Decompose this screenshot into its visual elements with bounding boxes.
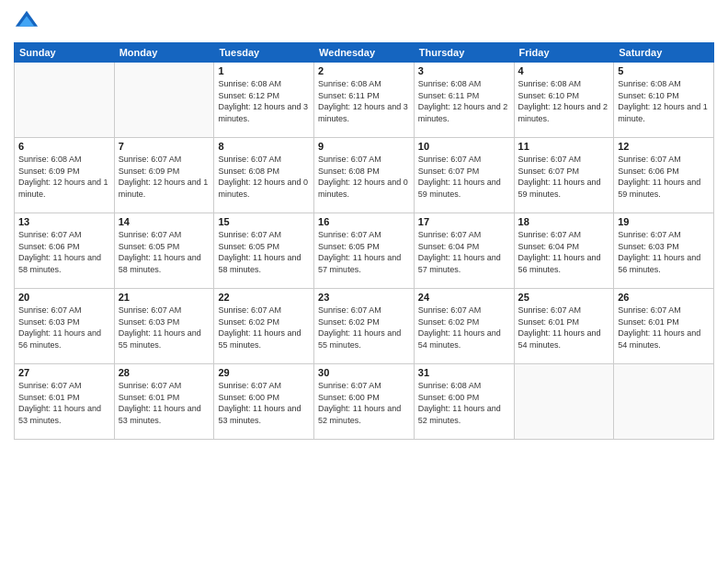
day-info: Sunrise: 6:08 AMSunset: 6:10 PMDaylight:… (518, 78, 610, 124)
day-info: Sunrise: 6:07 AMSunset: 6:01 PMDaylight:… (518, 304, 610, 350)
calendar-day-header: Saturday (614, 43, 714, 63)
calendar-cell: 23Sunrise: 6:07 AMSunset: 6:02 PMDayligh… (314, 289, 415, 364)
day-number: 8 (218, 141, 310, 152)
calendar-cell: 11Sunrise: 6:07 AMSunset: 6:07 PMDayligh… (514, 138, 614, 213)
calendar-cell: 7Sunrise: 6:07 AMSunset: 6:09 PMDaylight… (114, 138, 214, 213)
day-number: 2 (318, 65, 410, 76)
calendar-cell: 12Sunrise: 6:07 AMSunset: 6:06 PMDayligh… (614, 138, 714, 213)
day-number: 30 (318, 367, 410, 378)
calendar-cell: 22Sunrise: 6:07 AMSunset: 6:02 PMDayligh… (214, 289, 314, 364)
calendar-cell: 28Sunrise: 6:07 AMSunset: 6:01 PMDayligh… (114, 364, 214, 440)
day-number: 23 (318, 292, 410, 303)
day-info: Sunrise: 6:07 AMSunset: 6:08 PMDaylight:… (218, 154, 310, 200)
calendar-cell: 25Sunrise: 6:07 AMSunset: 6:01 PMDayligh… (514, 289, 614, 364)
day-info: Sunrise: 6:08 AMSunset: 6:11 PMDaylight:… (418, 78, 510, 124)
day-number: 13 (18, 216, 110, 227)
day-info: Sunrise: 6:07 AMSunset: 6:07 PMDaylight:… (418, 154, 510, 200)
day-info: Sunrise: 6:07 AMSunset: 6:00 PMDaylight:… (318, 380, 410, 426)
calendar-cell: 26Sunrise: 6:07 AMSunset: 6:01 PMDayligh… (614, 289, 714, 364)
logo-icon (14, 9, 40, 35)
calendar-cell: 29Sunrise: 6:07 AMSunset: 6:00 PMDayligh… (214, 364, 314, 440)
day-info: Sunrise: 6:07 AMSunset: 6:05 PMDaylight:… (119, 229, 210, 275)
day-info: Sunrise: 6:07 AMSunset: 6:04 PMDaylight:… (518, 229, 610, 275)
day-info: Sunrise: 6:07 AMSunset: 6:03 PMDaylight:… (119, 304, 210, 350)
calendar-cell: 21Sunrise: 6:07 AMSunset: 6:03 PMDayligh… (114, 289, 214, 364)
calendar-cell: 8Sunrise: 6:07 AMSunset: 6:08 PMDaylight… (214, 138, 314, 213)
calendar-cell: 17Sunrise: 6:07 AMSunset: 6:04 PMDayligh… (414, 213, 514, 289)
day-info: Sunrise: 6:07 AMSunset: 6:06 PMDaylight:… (18, 229, 110, 275)
header (14, 9, 714, 35)
day-info: Sunrise: 6:07 AMSunset: 6:07 PMDaylight:… (518, 154, 610, 200)
day-number: 24 (418, 292, 510, 303)
day-info: Sunrise: 6:07 AMSunset: 6:00 PMDaylight:… (218, 380, 310, 426)
day-info: Sunrise: 6:07 AMSunset: 6:09 PMDaylight:… (119, 154, 210, 200)
calendar-day-header: Sunday (15, 43, 115, 63)
calendar-week-row: 13Sunrise: 6:07 AMSunset: 6:06 PMDayligh… (15, 213, 714, 289)
day-info: Sunrise: 6:08 AMSunset: 6:00 PMDaylight:… (418, 380, 510, 426)
calendar-cell: 27Sunrise: 6:07 AMSunset: 6:01 PMDayligh… (15, 364, 115, 440)
day-info: Sunrise: 6:08 AMSunset: 6:10 PMDaylight:… (618, 78, 710, 124)
day-number: 20 (18, 292, 110, 303)
day-number: 5 (618, 65, 710, 76)
calendar-week-row: 20Sunrise: 6:07 AMSunset: 6:03 PMDayligh… (15, 289, 714, 364)
day-info: Sunrise: 6:07 AMSunset: 6:03 PMDaylight:… (18, 304, 110, 350)
calendar-header-row: SundayMondayTuesdayWednesdayThursdayFrid… (15, 43, 714, 63)
day-number: 6 (18, 141, 110, 152)
calendar-cell: 4Sunrise: 6:08 AMSunset: 6:10 PMDaylight… (514, 63, 614, 138)
day-number: 31 (418, 367, 510, 378)
day-number: 15 (218, 216, 310, 227)
day-info: Sunrise: 6:07 AMSunset: 6:01 PMDaylight:… (618, 304, 710, 350)
day-info: Sunrise: 6:08 AMSunset: 6:09 PMDaylight:… (18, 154, 110, 200)
day-info: Sunrise: 6:07 AMSunset: 6:08 PMDaylight:… (318, 154, 410, 200)
day-number: 9 (318, 141, 410, 152)
calendar-cell: 13Sunrise: 6:07 AMSunset: 6:06 PMDayligh… (15, 213, 115, 289)
day-info: Sunrise: 6:07 AMSunset: 6:02 PMDaylight:… (418, 304, 510, 350)
calendar-cell (15, 63, 115, 138)
calendar-cell: 18Sunrise: 6:07 AMSunset: 6:04 PMDayligh… (514, 213, 614, 289)
calendar-cell: 1Sunrise: 6:08 AMSunset: 6:12 PMDaylight… (214, 63, 314, 138)
day-info: Sunrise: 6:07 AMSunset: 6:02 PMDaylight:… (218, 304, 310, 350)
calendar-cell (614, 364, 714, 440)
day-number: 12 (618, 141, 710, 152)
day-number: 10 (418, 141, 510, 152)
calendar-cell: 14Sunrise: 6:07 AMSunset: 6:05 PMDayligh… (114, 213, 214, 289)
calendar-cell: 20Sunrise: 6:07 AMSunset: 6:03 PMDayligh… (15, 289, 115, 364)
calendar-cell: 24Sunrise: 6:07 AMSunset: 6:02 PMDayligh… (414, 289, 514, 364)
day-info: Sunrise: 6:08 AMSunset: 6:12 PMDaylight:… (218, 78, 310, 124)
day-number: 29 (218, 367, 310, 378)
calendar-cell: 10Sunrise: 6:07 AMSunset: 6:07 PMDayligh… (414, 138, 514, 213)
calendar-cell: 3Sunrise: 6:08 AMSunset: 6:11 PMDaylight… (414, 63, 514, 138)
calendar-cell (114, 63, 214, 138)
day-number: 3 (418, 65, 510, 76)
calendar-day-header: Tuesday (214, 43, 314, 63)
calendar-cell: 15Sunrise: 6:07 AMSunset: 6:05 PMDayligh… (214, 213, 314, 289)
day-number: 1 (218, 65, 310, 76)
logo (14, 9, 43, 35)
day-number: 19 (618, 216, 710, 227)
page: SundayMondayTuesdayWednesdayThursdayFrid… (0, 0, 728, 563)
day-info: Sunrise: 6:08 AMSunset: 6:11 PMDaylight:… (318, 78, 410, 124)
calendar-cell: 19Sunrise: 6:07 AMSunset: 6:03 PMDayligh… (614, 213, 714, 289)
day-number: 14 (119, 216, 210, 227)
calendar-week-row: 6Sunrise: 6:08 AMSunset: 6:09 PMDaylight… (15, 138, 714, 213)
day-number: 21 (119, 292, 210, 303)
day-number: 16 (318, 216, 410, 227)
day-info: Sunrise: 6:07 AMSunset: 6:05 PMDaylight:… (218, 229, 310, 275)
calendar-cell (514, 364, 614, 440)
day-info: Sunrise: 6:07 AMSunset: 6:01 PMDaylight:… (119, 380, 210, 426)
calendar-cell: 31Sunrise: 6:08 AMSunset: 6:00 PMDayligh… (414, 364, 514, 440)
day-info: Sunrise: 6:07 AMSunset: 6:05 PMDaylight:… (318, 229, 410, 275)
day-info: Sunrise: 6:07 AMSunset: 6:01 PMDaylight:… (18, 380, 110, 426)
day-number: 25 (518, 292, 610, 303)
calendar-day-header: Monday (114, 43, 214, 63)
day-number: 27 (18, 367, 110, 378)
calendar-day-header: Wednesday (314, 43, 415, 63)
calendar-table: SundayMondayTuesdayWednesdayThursdayFrid… (14, 42, 714, 440)
calendar-day-header: Friday (514, 43, 614, 63)
calendar-cell: 16Sunrise: 6:07 AMSunset: 6:05 PMDayligh… (314, 213, 415, 289)
day-number: 4 (518, 65, 610, 76)
calendar-week-row: 27Sunrise: 6:07 AMSunset: 6:01 PMDayligh… (15, 364, 714, 440)
day-info: Sunrise: 6:07 AMSunset: 6:06 PMDaylight:… (618, 154, 710, 200)
day-info: Sunrise: 6:07 AMSunset: 6:02 PMDaylight:… (318, 304, 410, 350)
day-number: 26 (618, 292, 710, 303)
